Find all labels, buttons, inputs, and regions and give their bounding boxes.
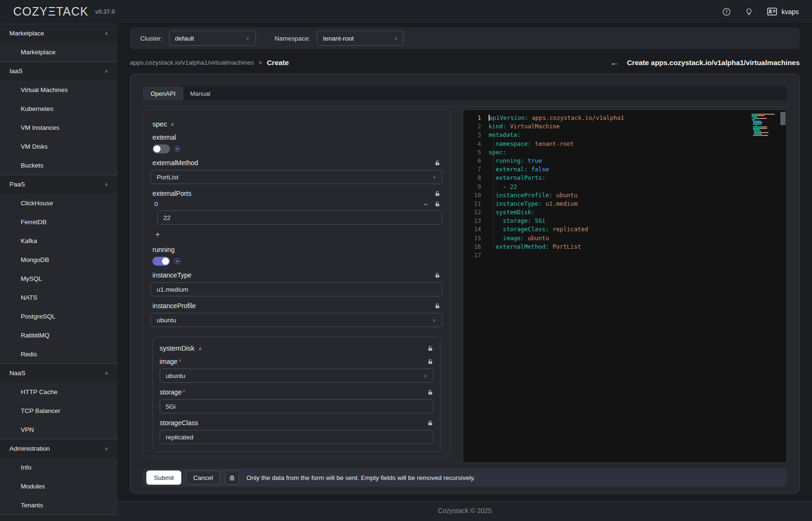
- editor-scrollbar[interactable]: [780, 112, 786, 125]
- external-toggle[interactable]: [152, 144, 170, 153]
- storage-input[interactable]: 5Gi: [160, 399, 433, 413]
- user-menu[interactable]: kvaps: [767, 8, 799, 16]
- yaml-editor[interactable]: 1234567891011121314151617 apiVersion: ap…: [463, 109, 787, 463]
- namespace-select[interactable]: tenant-root ∨: [317, 31, 404, 46]
- storageClass-label: storageClass: [160, 419, 198, 427]
- chevron-up-icon: ∧: [105, 370, 108, 376]
- chevron-up-icon: ∧: [105, 68, 108, 74]
- sidebar-item-info[interactable]: Info: [0, 458, 118, 477]
- chevron-up-icon: ∧: [198, 346, 202, 351]
- externalPorts-item-input[interactable]: 22: [157, 210, 442, 225]
- remove-item-icon[interactable]: −: [423, 201, 428, 208]
- editor-line: apiVersion: apps.cozystack.io/v1alpha1: [489, 114, 787, 122]
- instanceType-input[interactable]: u1.medium: [151, 282, 442, 296]
- unlock-icon[interactable]: [427, 345, 433, 352]
- required-asterisk: *: [183, 388, 185, 396]
- instanceProfile-select[interactable]: ubuntu ∨: [151, 313, 442, 327]
- systemDisk-section-header[interactable]: systemDisk ∧: [160, 345, 202, 352]
- chevron-up-icon: ∧: [105, 182, 108, 187]
- sidebar-item-kubernetes[interactable]: Kubernetes: [0, 99, 118, 118]
- sidebar-item-virtual-machines[interactable]: Virtual Machines: [0, 80, 118, 99]
- back-arrow-icon[interactable]: ←: [610, 58, 619, 67]
- image-select[interactable]: ubuntu ∨: [160, 369, 433, 383]
- required-asterisk: *: [178, 358, 181, 365]
- breadcrumb-path[interactable]: apps.cozystack.io/v1alpha1/virtualmachin…: [130, 59, 254, 66]
- sidebar-item-nats[interactable]: NATS: [0, 288, 118, 307]
- submit-button[interactable]: Submit: [146, 471, 181, 485]
- external-default-radio-icon[interactable]: [174, 146, 180, 152]
- spec-section-header[interactable]: spec ∧: [152, 120, 442, 128]
- svg-text:?: ?: [726, 9, 728, 14]
- chevron-up-icon: ∧: [171, 122, 174, 127]
- sidebar-item-mongodb[interactable]: MongoDB: [0, 250, 118, 269]
- sidebar-item-modules[interactable]: Modules: [0, 477, 118, 496]
- unlock-icon[interactable]: [434, 272, 440, 278]
- chevron-down-icon: ∨: [428, 317, 436, 323]
- help-icon[interactable]: ?: [722, 8, 731, 16]
- editor-line: external: false: [489, 165, 787, 174]
- unlock-icon[interactable]: [434, 191, 440, 197]
- sidebar-item-vpn[interactable]: VPN: [0, 420, 118, 439]
- sidebar-item-marketplace[interactable]: Marketplace: [0, 42, 118, 61]
- editor-line: metadata:: [489, 131, 787, 139]
- sidebar-item-buckets[interactable]: Buckets: [0, 156, 118, 175]
- unlock-icon[interactable]: [434, 160, 440, 166]
- tab-manual[interactable]: Manual: [183, 87, 218, 100]
- tab-openapi[interactable]: OpenAPI: [143, 87, 183, 100]
- external-label: external: [152, 134, 176, 141]
- instanceProfile-label: instanceProfile: [152, 302, 196, 310]
- unlock-icon[interactable]: [427, 359, 433, 365]
- unlock-icon[interactable]: [427, 389, 433, 395]
- sidebar-item-redis[interactable]: Redis: [0, 345, 118, 363]
- sidebar-item-kafka[interactable]: Kafka: [0, 231, 118, 250]
- unlock-icon[interactable]: [434, 303, 440, 309]
- storage-label: storage*: [160, 388, 185, 396]
- sidebar-item-vm-disks[interactable]: VM Disks: [0, 137, 118, 156]
- editor-code[interactable]: apiVersion: apps.cozystack.io/v1alpha1ki…: [489, 114, 787, 260]
- editor-line: instanceType: u1.medium: [489, 200, 787, 208]
- sidebar-section-naas[interactable]: NaaS∧: [0, 363, 118, 382]
- sidebar-section-administration[interactable]: Administration∧: [0, 439, 118, 458]
- unlock-icon[interactable]: [434, 201, 440, 207]
- image-label: image*: [160, 358, 181, 365]
- sidebar-item-rabbitmq[interactable]: RabbitMQ: [0, 326, 118, 345]
- unlock-icon[interactable]: [427, 420, 433, 426]
- chevron-up-icon: ∧: [105, 446, 108, 451]
- externalMethod-select[interactable]: PortList ∨: [151, 170, 442, 184]
- editor-line: externalPorts:: [489, 174, 787, 182]
- sidebar-section-marketplace[interactable]: Marketplace∧: [0, 24, 118, 42]
- sidebar-item-mysql[interactable]: MySQL: [0, 269, 118, 288]
- sidebar-item-postgresql[interactable]: PostgreSQL: [0, 307, 118, 326]
- footer: Cozystack © 2025: [118, 501, 812, 521]
- editor-line-numbers: 1234567891011121314151617: [463, 114, 489, 260]
- sidebar-item-tcp-balancer[interactable]: TCP Balancer: [0, 401, 118, 420]
- sidebar-item-http-cache[interactable]: HTTP Cache: [0, 382, 118, 401]
- chevron-down-icon: ∨: [428, 174, 436, 180]
- editor-line: - 22: [489, 183, 787, 191]
- sidebar-section-iaas[interactable]: IaaS∧: [0, 61, 118, 80]
- running-default-radio-icon[interactable]: [174, 258, 180, 264]
- cluster-select[interactable]: default ∨: [169, 31, 256, 46]
- sidebar-item-ferretdb[interactable]: FerretDB: [0, 212, 118, 231]
- cancel-button[interactable]: Cancel: [186, 471, 220, 485]
- add-item-icon[interactable]: +: [155, 230, 442, 238]
- editor-line: systemDisk:: [489, 208, 787, 217]
- username: kvaps: [781, 8, 799, 16]
- debug-button[interactable]: [225, 471, 239, 485]
- sidebar-section-paas[interactable]: PaaS∧: [0, 175, 118, 193]
- bug-icon: [228, 474, 236, 481]
- editor-line: externalMethod: PortList: [489, 243, 787, 251]
- top-header: COZYΞTACK v0.37.0 ? kvaps: [0, 0, 812, 24]
- sidebar-item-clickhouse[interactable]: ClickHouse: [0, 193, 118, 212]
- running-toggle[interactable]: [152, 257, 170, 266]
- breadcrumb-current: Create: [267, 59, 289, 67]
- sidebar-item-tenants[interactable]: Tenants: [0, 496, 118, 514]
- theme-lightbulb-icon[interactable]: [745, 8, 753, 16]
- editor-line: kind: VirtualMachine: [489, 122, 787, 131]
- editor-minimap[interactable]: [752, 114, 778, 138]
- namespace-select-value: tenant-root: [323, 35, 354, 42]
- cluster-select-value: default: [175, 35, 195, 42]
- storageClass-input[interactable]: replicated: [160, 430, 433, 444]
- sidebar-item-vm-instances[interactable]: VM Instances: [0, 118, 118, 137]
- editor-line: image: ubuntu: [489, 234, 787, 243]
